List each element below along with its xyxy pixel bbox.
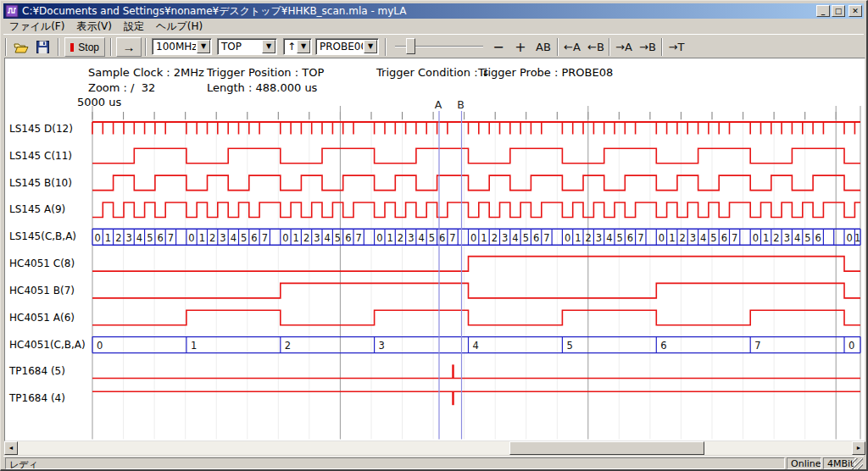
maximize-button[interactable]: □ bbox=[832, 5, 845, 17]
floppy-disk-icon bbox=[36, 41, 49, 53]
channel-label-3[interactable]: LS145 A(9) bbox=[9, 203, 91, 215]
menu-help[interactable]: ヘルプ(H) bbox=[150, 18, 209, 36]
stop-button[interactable]: Stop bbox=[64, 37, 105, 57]
toolbar-separator bbox=[661, 38, 663, 56]
horizontal-scrollbar[interactable]: ◄ ► bbox=[4, 441, 865, 455]
stop-label: Stop bbox=[78, 42, 99, 53]
info-trigger-position: Trigger Position : TOP bbox=[207, 66, 324, 79]
zoom-out-button[interactable]: − bbox=[490, 37, 507, 57]
chevron-down-icon[interactable]: ▼ bbox=[297, 40, 310, 53]
toolbar-separator bbox=[385, 38, 387, 56]
channel-label-10[interactable]: TP1684 (4) bbox=[9, 392, 91, 404]
app-window: C:¥Documents and Settings¥noname¥デスクトップ¥… bbox=[0, 0, 868, 471]
info-length: Length : 488.000 us bbox=[207, 81, 317, 94]
app-icon bbox=[5, 4, 19, 18]
trigger-probe-combo[interactable]: PROBE00 ▼ bbox=[315, 38, 379, 55]
minimize-button[interactable]: _ bbox=[816, 5, 830, 17]
channel-label-5[interactable]: HC4051 C(8) bbox=[9, 258, 91, 269]
trigger-position-combo[interactable]: TOP ▼ bbox=[217, 38, 277, 55]
trigger-edge-combo[interactable]: ↑ ▼ bbox=[283, 38, 312, 55]
channel-label-8[interactable]: HC4051(C,B,A) bbox=[9, 339, 91, 351]
toolbar-separator bbox=[609, 38, 610, 56]
toolbar-separator bbox=[58, 38, 59, 56]
toolbar-separator bbox=[557, 38, 559, 56]
goto-a-left-button[interactable]: ←A bbox=[561, 37, 583, 57]
channel-label-1[interactable]: LS145 C(11) bbox=[9, 150, 91, 162]
chevron-down-icon[interactable]: ▼ bbox=[262, 40, 275, 53]
channel-label-2[interactable]: LS145 B(10) bbox=[9, 177, 91, 189]
open-file-button[interactable] bbox=[11, 38, 31, 56]
info-sample-clock: Sample Clock : 2MHz bbox=[88, 66, 204, 79]
goto-a-right-button[interactable]: →A bbox=[613, 37, 635, 57]
resize-grip[interactable] bbox=[852, 458, 863, 469]
toolbar-separator bbox=[145, 38, 147, 56]
save-button[interactable] bbox=[33, 38, 53, 56]
waveform-view[interactable] bbox=[4, 58, 865, 441]
run-button[interactable]: → bbox=[116, 37, 142, 57]
menu-view[interactable]: 表示(V) bbox=[70, 18, 118, 36]
trigger-position-value: TOP bbox=[218, 41, 261, 53]
status-bar: レディ Online 4MBit bbox=[3, 456, 864, 469]
toolbar-separator bbox=[110, 38, 112, 56]
info-trigger-probe: Trigger Probe : PROBE08 bbox=[478, 66, 613, 79]
open-folder-icon bbox=[14, 42, 29, 53]
trigger-edge-value: ↑ bbox=[284, 41, 296, 53]
trigger-probe-value: PROBE00 bbox=[316, 41, 363, 53]
toolbar: Stop → 100MHz ▼ TOP ▼ ↑ ▼ PROBE00 ▼ − + … bbox=[3, 34, 864, 58]
goto-b-right-button[interactable]: →B bbox=[637, 37, 659, 57]
info-trigger-condition: Trigger Condition : ↓ bbox=[376, 66, 491, 79]
scrollbar-thumb[interactable] bbox=[509, 441, 704, 455]
zoom-in-button[interactable]: + bbox=[512, 37, 529, 57]
goto-b-left-button[interactable]: ←B bbox=[585, 37, 607, 57]
scroll-right-button[interactable]: ► bbox=[852, 441, 865, 455]
channel-label-9[interactable]: TP1684 (5) bbox=[9, 365, 91, 377]
status-ready: レディ bbox=[5, 457, 785, 469]
scroll-left-button[interactable]: ◄ bbox=[4, 441, 18, 455]
channel-label-4[interactable]: LS145(C,B,A) bbox=[9, 230, 91, 242]
title-bar[interactable]: C:¥Documents and Settings¥noname¥デスクトップ¥… bbox=[3, 3, 864, 19]
zoom-slider-thumb[interactable] bbox=[406, 38, 415, 54]
info-zoom: Zoom : / 32 bbox=[88, 81, 155, 94]
channel-label-0[interactable]: LS145 D(12) bbox=[9, 123, 91, 135]
sample-clock-combo[interactable]: 100MHz ▼ bbox=[152, 38, 212, 55]
sample-clock-value: 100MHz bbox=[153, 41, 196, 53]
chevron-down-icon[interactable]: ▼ bbox=[364, 40, 377, 53]
window-title: C:¥Documents and Settings¥noname¥デスクトップ¥… bbox=[22, 4, 815, 19]
channel-label-7[interactable]: HC4051 A(6) bbox=[9, 312, 91, 324]
stop-icon bbox=[70, 43, 74, 52]
chevron-down-icon[interactable]: ▼ bbox=[197, 40, 210, 53]
menu-bar: ファイル(F) 表示(V) 設定 ヘルプ(H) bbox=[3, 19, 864, 34]
channel-label-6[interactable]: HC4051 B(7) bbox=[9, 285, 91, 296]
time-scale-label: 5000 us bbox=[77, 96, 121, 108]
status-memory: 4MBit bbox=[823, 457, 855, 469]
toolbar-grip bbox=[5, 38, 7, 56]
menu-file[interactable]: ファイル(F) bbox=[3, 18, 70, 36]
goto-trigger-button[interactable]: →T bbox=[665, 37, 687, 57]
menu-settings[interactable]: 設定 bbox=[118, 18, 150, 36]
zoom-ab-button[interactable]: AB bbox=[532, 37, 554, 57]
close-button[interactable]: ✕ bbox=[849, 5, 862, 17]
status-online: Online bbox=[787, 457, 821, 469]
